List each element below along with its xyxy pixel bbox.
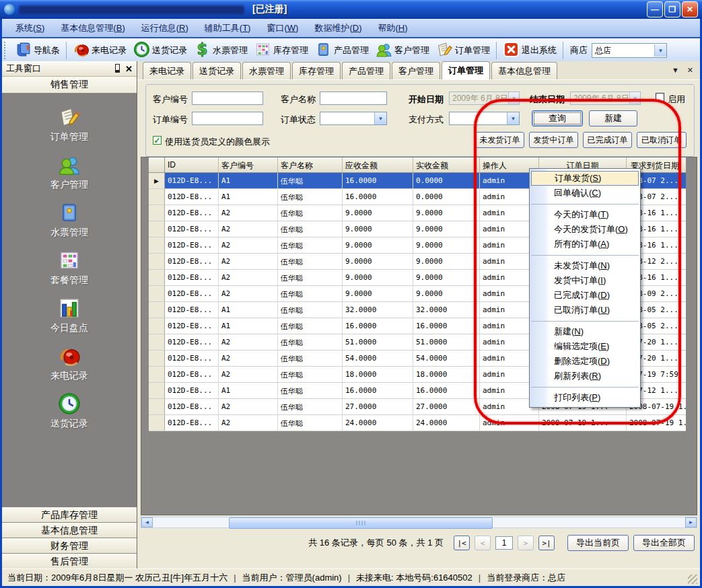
sidebar-item-package-mgmt[interactable]: 套餐管理 <box>50 249 88 287</box>
tab[interactable]: 客户管理 <box>392 62 440 79</box>
menu-item[interactable]: 数据维护(D) <box>308 20 368 36</box>
row-selector-cell[interactable] <box>149 254 165 269</box>
unshipped-orders-button[interactable]: 未发货订单 <box>475 132 524 148</box>
tab-close-icon[interactable]: ✕ <box>687 66 693 75</box>
row-selector-cell[interactable] <box>149 415 165 431</box>
row-selector-cell[interactable] <box>149 318 165 334</box>
page-number-input[interactable] <box>495 536 513 550</box>
chevron-down-icon[interactable]: ▼ <box>374 112 386 124</box>
tab[interactable]: 订单管理 <box>442 61 490 79</box>
export-current-page-button[interactable]: 导出当前页 <box>567 535 629 551</box>
toolbar-navbar-button[interactable]: 导航条 <box>11 40 63 61</box>
context-menu-item[interactable]: 今天的发货订单(O) <box>531 222 639 237</box>
row-selector-cell[interactable] <box>149 383 165 398</box>
order-status-select[interactable]: ▼ <box>320 112 387 125</box>
first-page-button[interactable]: |< <box>454 536 470 550</box>
sidebar-section-sales[interactable]: 销售管理 <box>2 77 137 94</box>
row-selector-cell[interactable] <box>149 302 165 318</box>
toolbar-customer-button[interactable]: 客户管理 <box>372 40 433 61</box>
row-selector-cell[interactable] <box>149 237 165 253</box>
chevron-down-icon[interactable]: ▼ <box>654 44 666 57</box>
tab[interactable]: 库存管理 <box>292 62 341 79</box>
shop-select[interactable]: 总店 ▼ <box>592 43 667 58</box>
col-header-customer-no[interactable]: 客户编号 <box>219 157 278 172</box>
minimize-button[interactable]: — <box>647 1 663 17</box>
menu-item[interactable]: 窗口(W) <box>260 20 305 36</box>
shipping-orders-button[interactable]: 发货中订单 <box>529 132 578 148</box>
menu-item[interactable]: 基本信息管理(B) <box>54 20 131 36</box>
menu-item[interactable]: 辅助工具(T) <box>198 20 258 36</box>
tab[interactable]: 水票管理 <box>242 62 291 79</box>
next-page-button[interactable]: > <box>518 536 534 550</box>
toolbar-exit-button[interactable]: 退出系统 <box>499 40 560 61</box>
scroll-left-arrow[interactable]: ◄ <box>141 517 153 527</box>
context-menu-item[interactable]: 订单发货(S) <box>531 171 639 186</box>
tab[interactable]: 送货记录 <box>192 62 241 79</box>
menu-item[interactable]: 帮助(H) <box>371 20 414 36</box>
toolbar-grip[interactable] <box>4 42 9 59</box>
export-all-pages-button[interactable]: 导出全部页 <box>633 535 695 551</box>
context-menu-item[interactable]: 删除选定项(D) <box>531 354 639 369</box>
row-selector-cell[interactable] <box>149 270 165 285</box>
sidebar-item-call-log[interactable]: 来电记录 <box>50 344 88 382</box>
start-date-picker[interactable]: 2009年 6月 8日 ▼ <box>449 91 520 105</box>
scrollbar-thumb[interactable] <box>229 517 493 529</box>
row-selector-cell[interactable] <box>149 189 165 205</box>
sidebar-section-button[interactable]: 售后管理 <box>2 554 137 569</box>
row-selector-cell[interactable] <box>149 399 165 414</box>
sidebar-item-delivery-log[interactable]: 送货记录 <box>50 392 88 430</box>
toolbar-order-button[interactable]: 订单管理 <box>433 40 493 61</box>
scroll-right-arrow[interactable]: ► <box>685 517 697 527</box>
context-menu-item[interactable]: 未发货订单(N) <box>531 258 639 273</box>
customer-no-input[interactable] <box>192 91 263 105</box>
menu-item[interactable]: 运行信息(R) <box>135 20 195 36</box>
context-menu-item[interactable]: 今天的订单(T) <box>531 207 639 222</box>
row-selector-cell[interactable] <box>149 205 165 221</box>
context-menu-item[interactable]: 编辑选定项(E) <box>531 339 639 354</box>
toolbar-inventory-button[interactable]: 库存管理 <box>251 40 312 61</box>
new-button[interactable]: 新建 <box>589 110 637 126</box>
row-selector-cell[interactable] <box>149 367 165 382</box>
table-row[interactable]: 012D-E8... A2 伍华聪 24.0000 24.0000 admin … <box>149 415 686 431</box>
row-selector-cell[interactable] <box>149 221 165 237</box>
context-menu-item[interactable]: 所有的订单(A) <box>531 237 639 256</box>
color-display-checkbox[interactable]: ✓ <box>153 136 162 145</box>
menu-item[interactable]: 系统(S) <box>9 20 51 36</box>
order-no-input[interactable] <box>192 112 263 125</box>
toolbar-product-button[interactable]: 产品管理 <box>312 40 372 61</box>
context-menu-item[interactable]: 已取消订单(U) <box>531 303 639 322</box>
enable-checkbox[interactable] <box>656 93 664 102</box>
context-menu-item[interactable]: 已完成订单(D) <box>531 288 639 303</box>
pin-icon[interactable] <box>115 64 120 73</box>
end-date-picker[interactable]: 2009年 6月 8日 ▼ <box>570 91 641 105</box>
col-header-id[interactable]: ID <box>165 157 219 172</box>
sidebar-item-customer-mgmt[interactable]: 客户管理 <box>50 153 88 191</box>
tab[interactable]: 来电记录 <box>143 62 191 79</box>
resize-grip[interactable] <box>688 575 697 584</box>
sidebar-item-water-ticket[interactable]: 水票管理 <box>50 201 88 239</box>
sidebar-section-button[interactable]: 基本信息管理 <box>2 523 137 538</box>
toolbar-delivery-log-button[interactable]: 送货记录 <box>130 40 190 61</box>
query-button[interactable]: 查询 <box>532 110 583 126</box>
sidebar-section-button[interactable]: 财务管理 <box>2 538 137 554</box>
row-selector-cell[interactable] <box>149 286 165 301</box>
cancelled-orders-button[interactable]: 已取消订单 <box>637 132 687 148</box>
col-header-customer-name[interactable]: 客户名称 <box>278 157 343 172</box>
sidebar-item-daily-check[interactable]: 今日盘点 <box>50 297 88 334</box>
context-menu-item[interactable]: 新建(N) <box>531 324 639 339</box>
last-page-button[interactable]: >| <box>538 536 555 550</box>
sidebar-section-button[interactable]: 产品库存管理 <box>2 507 137 523</box>
toolbar-water-ticket-button[interactable]: 水票管理 <box>190 40 251 61</box>
context-menu-item[interactable]: 发货中订单(I) <box>531 273 639 288</box>
maximize-button[interactable]: ❒ <box>664 1 680 17</box>
prev-page-button[interactable]: < <box>475 536 491 550</box>
customer-name-input[interactable] <box>320 91 387 105</box>
col-header-received[interactable]: 实收金额 <box>413 157 480 172</box>
row-selector-cell[interactable] <box>149 173 165 188</box>
close-icon[interactable]: ✕ <box>125 65 133 73</box>
chevron-down-icon[interactable]: ▼ <box>507 112 519 124</box>
row-selector-cell[interactable] <box>149 334 165 350</box>
completed-orders-button[interactable]: 已完成订单 <box>583 132 632 148</box>
sidebar-item-order-mgmt[interactable]: 订单管理 <box>50 106 88 143</box>
col-header-receivable[interactable]: 应收金额 <box>343 157 413 172</box>
